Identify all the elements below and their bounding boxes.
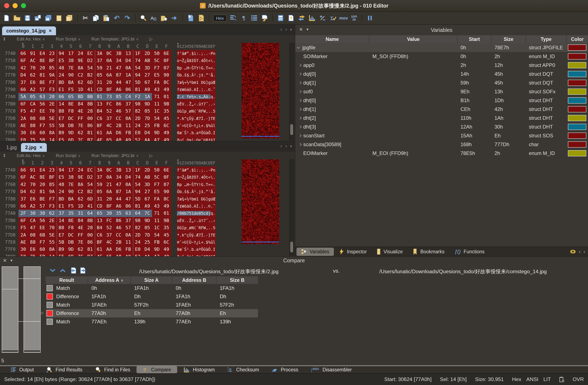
hex-byte[interactable]: 70 <box>28 64 38 71</box>
hex-byte[interactable]: 7C <box>143 210 152 217</box>
hex-byte[interactable]: 3B <box>114 50 124 57</box>
eye-icon[interactable] <box>570 249 576 254</box>
hex-byte[interactable]: 0A <box>124 64 133 71</box>
hex-byte[interactable]: 11 <box>124 122 133 129</box>
hex-byte[interactable]: 57 <box>38 203 47 210</box>
hex-bytes[interactable]: 2A086B5EE7DCFF00C637CC0A2D7D5445 <box>19 115 171 122</box>
hex-byte[interactable]: 3D <box>143 181 152 188</box>
color-swatch[interactable] <box>568 80 586 86</box>
hex-byte[interactable]: 52 <box>105 107 114 115</box>
run-script-dropdown[interactable]: Run Script∨ <box>56 153 81 158</box>
hex-byte[interactable]: E7 <box>57 232 66 239</box>
hex-byte[interactable]: 0A <box>105 57 114 64</box>
hex-byte[interactable]: 20 <box>105 195 114 203</box>
variable-name-cell[interactable]: dht[2] <box>295 115 370 121</box>
hex-byte[interactable]: BF <box>47 57 57 64</box>
line-numbers-icon[interactable] <box>250 14 258 22</box>
hex-byte[interactable]: 1A <box>143 93 152 100</box>
hex-byte[interactable]: 1D <box>76 203 85 210</box>
hex-byte[interactable]: AB <box>143 174 152 181</box>
status-charset[interactable]: ANSI <box>526 376 538 382</box>
hex-byte[interactable]: 6D <box>85 195 95 203</box>
variable-name-cell[interactable]: scanData[30589] <box>295 142 370 148</box>
editor-tab[interactable]: 2.jpg✕ <box>21 143 47 152</box>
hex-byte[interactable]: D2 <box>85 174 95 181</box>
hex-byte[interactable]: 05 <box>28 93 38 100</box>
hex-byte[interactable]: 9D <box>143 100 152 107</box>
variables-row[interactable]: dht[0]B1h1Dhstruct DHT <box>295 96 588 105</box>
hex-byte[interactable]: 74 <box>133 57 143 64</box>
variables-row[interactable]: dqt[0]14h45hstruct DQT <box>295 70 588 78</box>
hex-byte[interactable]: D6 <box>114 129 124 136</box>
hex-byte[interactable]: 8E <box>66 100 76 107</box>
hex-byte[interactable]: 6C <box>162 122 171 129</box>
hex-byte[interactable]: C2 <box>76 188 85 195</box>
hex-byte[interactable]: 48 <box>57 64 66 71</box>
hex-byte[interactable]: F8 <box>66 107 76 115</box>
tab-variables[interactable]: Variables <box>296 248 334 256</box>
hex-byte[interactable]: 45 <box>162 115 171 122</box>
hex-byte[interactable]: 75 <box>28 136 38 141</box>
hex-bytes[interactable]: 2F3030623735316465303563647C7101 <box>19 210 171 217</box>
ascii-text[interactable]: oÊV..Ž„‹.ü†7˜..› <box>177 100 216 107</box>
hex-byte[interactable]: 54 <box>85 64 95 71</box>
hex-bytes[interactable]: D462819A2490C2B2056A871A9427E590 <box>19 71 171 79</box>
hex-byte[interactable]: AE <box>19 239 28 246</box>
col-size-a[interactable]: Size A <box>131 276 172 284</box>
close-panel-icon[interactable]: ✕ <box>299 27 303 32</box>
hex-byte[interactable]: 47 <box>114 181 124 188</box>
hex-byte[interactable]: 9B <box>162 217 171 224</box>
hex-byte[interactable]: 21 <box>105 64 114 71</box>
hex-byte[interactable]: 43 <box>152 203 162 210</box>
variable-name-cell[interactable]: sof0 <box>295 89 370 95</box>
hex-byte[interactable]: 5E <box>47 115 57 122</box>
hex-byte[interactable]: 54 <box>152 232 162 239</box>
hex-bytes[interactable]: 6FCA562E148E848B13FC8637989D119B <box>19 217 171 224</box>
hex-byte[interactable]: 17 <box>66 50 76 57</box>
hex-bytes[interactable]: 42702085487E8A545921470A543DF707 <box>19 64 171 71</box>
hex-byte[interactable]: 5B <box>38 136 47 141</box>
hex-byte[interactable]: 9B <box>162 100 171 107</box>
collapse-icon[interactable]: ▼▼ <box>3 154 6 157</box>
variable-name-cell[interactable]: dqt[0] <box>295 71 370 77</box>
hex-byte[interactable]: FC <box>105 217 114 224</box>
hex-byte[interactable]: E4 <box>38 167 47 174</box>
hex-byte[interactable]: AA <box>143 136 152 141</box>
next-difference-icon[interactable] <box>49 268 56 273</box>
hex-bytes[interactable]: F547EE70B8F84E28B452465782051C35 <box>19 224 171 231</box>
copy-to-left-icon[interactable] <box>70 267 76 274</box>
hex-byte[interactable]: 85 <box>47 181 57 188</box>
hex-byte[interactable]: F5 <box>57 253 66 256</box>
hex-byte[interactable]: 14 <box>47 136 57 141</box>
hex-byte[interactable]: 49 <box>162 129 171 136</box>
ascii-text[interactable]: Bp …H~ŠTY!G.T=÷. <box>177 64 216 71</box>
pause-icon[interactable] <box>366 14 374 22</box>
hex-byte[interactable]: 6B <box>38 232 47 239</box>
hex-byte[interactable]: 6E <box>162 50 171 57</box>
hex-byte[interactable]: C2 <box>76 71 85 79</box>
hex-byte[interactable]: 7E <box>76 122 85 129</box>
hex-byte[interactable]: E5 <box>152 188 162 195</box>
hex-bytes[interactable]: 6691E423941724EC3A0C3B131F2D506E <box>19 167 171 174</box>
hex-byte[interactable]: AC <box>28 174 38 181</box>
col-start[interactable]: Start <box>458 35 492 43</box>
hex-byte[interactable]: 20 <box>38 181 47 188</box>
hex-byte[interactable]: 65 <box>66 93 76 100</box>
compare-row[interactable]: Match1FAEh57F2h1FAEh57F2h <box>46 301 258 309</box>
hex-byte[interactable]: 37 <box>95 57 105 64</box>
hex-byte[interactable]: 44 <box>114 79 124 86</box>
hex-byte[interactable]: 0A <box>124 115 133 122</box>
color-swatch[interactable] <box>568 106 586 112</box>
variables-row[interactable]: scanStart15AhEhstruct SOS <box>295 131 588 140</box>
hex-byte[interactable]: 65 <box>105 136 114 141</box>
hex-byte[interactable]: 87 <box>114 71 124 79</box>
undo-icon[interactable]: ↶ <box>113 14 121 22</box>
hex-byte[interactable]: CC <box>114 115 124 122</box>
pilcrow-icon[interactable]: ¶ <box>240 14 248 22</box>
status-overwrite-mode[interactable]: OVR <box>573 376 584 382</box>
col-type[interactable]: Type <box>526 35 567 43</box>
ascii-text[interactable]: Ôb.š$.Â².j‡.”'å. <box>177 188 216 195</box>
hex-byte[interactable]: 85 <box>47 64 57 71</box>
hex-byte[interactable]: 90 <box>66 71 76 79</box>
hex-byte[interactable]: 75 <box>28 253 38 256</box>
